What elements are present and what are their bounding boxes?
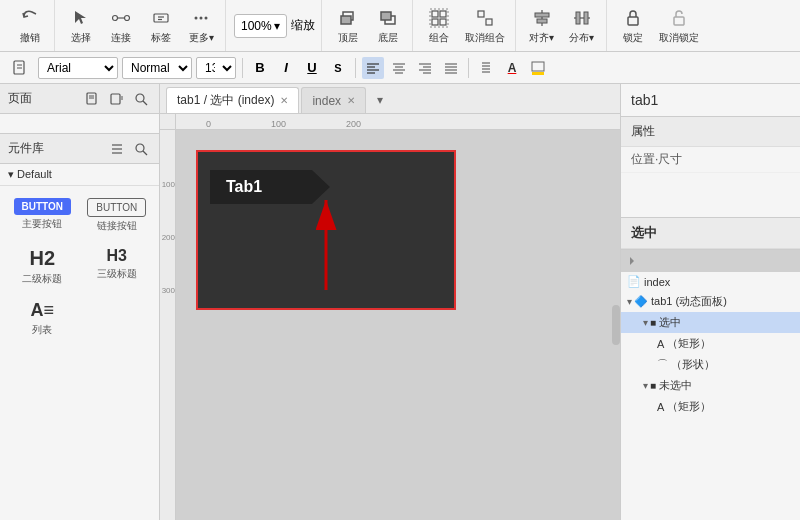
font-selector[interactable]: Arial: [38, 57, 118, 79]
svg-point-8: [200, 16, 203, 19]
list-label: 列表: [32, 323, 52, 337]
canvas-scroll[interactable]: 0 100 200 100 200 300 Tab1: [160, 114, 620, 520]
align-left-btn[interactable]: [362, 57, 384, 79]
group-icon: [428, 7, 450, 29]
tools-group: 选择 连接 标签 更多▾: [57, 0, 226, 51]
link-button-comp[interactable]: BUTTON 链接按钮: [83, 194, 152, 237]
add-subpage-btn[interactable]: [107, 89, 127, 109]
svg-rect-27: [628, 17, 638, 25]
add-page-btn[interactable]: [83, 89, 103, 109]
tree-header: [621, 250, 800, 272]
svg-line-66: [143, 151, 147, 155]
panel-icon: 🔷: [634, 295, 648, 308]
tree-item-index[interactable]: 📄 index: [621, 272, 800, 291]
ungroup-label: 取消组合: [465, 31, 505, 45]
italic-btn[interactable]: I: [275, 57, 297, 79]
search-pages-btn[interactable]: [131, 89, 151, 109]
align-justify-btn[interactable]: [440, 57, 462, 79]
scroll-handle[interactable]: [612, 305, 620, 345]
more-label: 更多▾: [189, 31, 214, 45]
ruler-vertical: 100 200 300: [160, 130, 176, 520]
bottom-layer-label: 底层: [378, 31, 398, 45]
group-btn[interactable]: 组合: [421, 5, 457, 47]
h2-comp[interactable]: H2 二级标题: [8, 243, 77, 290]
tab1-element[interactable]: Tab1: [210, 170, 330, 204]
element-name: tab1: [631, 92, 658, 108]
svg-rect-53: [532, 72, 544, 75]
more-tool-btn[interactable]: 更多▾: [183, 5, 219, 47]
h2-label: 二级标题: [22, 272, 62, 286]
tab-index-selected[interactable]: tab1 / 选中 (index) ✕: [166, 87, 299, 113]
tab1-shape[interactable]: Tab1: [210, 170, 330, 204]
tree-item-rect-a[interactable]: A （矩形）: [621, 333, 800, 354]
connect-tool-btn[interactable]: 连接: [103, 5, 139, 47]
search-components-btn[interactable]: [131, 139, 151, 159]
tree-item-selected-state[interactable]: ▾ ■ 选中: [621, 312, 800, 333]
h3-comp[interactable]: H3 三级标题: [83, 243, 152, 290]
page-icon-btn[interactable]: [6, 54, 34, 82]
lock-btn[interactable]: 锁定: [615, 5, 651, 47]
svg-rect-14: [432, 11, 438, 17]
page-canvas[interactable]: Tab1: [196, 150, 456, 310]
tree-expand-tab1: ▾: [627, 296, 632, 307]
component-lib-header: 元件库: [0, 134, 159, 164]
lock-label: 锁定: [623, 31, 643, 45]
align-btn[interactable]: 对齐▾: [524, 5, 560, 47]
zoom-selector[interactable]: 100% ▾: [234, 14, 287, 38]
h2-preview: H2: [29, 247, 55, 270]
top-layer-label: 顶层: [338, 31, 358, 45]
text-color-btn[interactable]: A: [501, 57, 523, 79]
svg-marker-69: [630, 257, 634, 265]
left-sidebar: 页面 元件库: [0, 84, 160, 520]
align-right-btn[interactable]: [414, 57, 436, 79]
tab-index[interactable]: index ✕: [301, 87, 366, 113]
list-view-btn[interactable]: [107, 139, 127, 159]
ungroup-btn[interactable]: 取消组合: [461, 5, 509, 47]
main-button-comp[interactable]: BUTTON 主要按钮: [8, 194, 77, 237]
unlock-btn[interactable]: 取消锁定: [655, 5, 703, 47]
list-comp[interactable]: A≡ 列表: [8, 296, 77, 341]
tree-expand-selected: ▾: [643, 317, 648, 328]
tree-item-tab1[interactable]: ▾ 🔷 tab1 (动态面板): [621, 291, 800, 312]
bottom-layer-btn[interactable]: 底层: [370, 5, 406, 47]
separator-2: [355, 58, 356, 78]
svg-rect-28: [674, 17, 684, 25]
tree-panel: 📄 index ▾ 🔷 tab1 (动态面板) ▾ ■ 选中 A （矩形） ⌒ …: [621, 249, 800, 520]
link-button-preview: BUTTON: [87, 198, 146, 217]
tab-close-selected[interactable]: ✕: [280, 95, 288, 106]
style-selector[interactable]: Normal: [122, 57, 192, 79]
svg-rect-15: [440, 11, 446, 17]
align-center-btn[interactable]: [388, 57, 410, 79]
select-tool-btn[interactable]: 选择: [63, 5, 99, 47]
top-layer-btn[interactable]: 顶层: [330, 5, 366, 47]
label-tool-btn[interactable]: 标签: [143, 5, 179, 47]
tree-item-unselected-state[interactable]: ▾ ■ 未选中: [621, 375, 800, 396]
label-tool-label: 标签: [151, 31, 171, 45]
svg-marker-0: [75, 11, 86, 24]
pages-header: 页面: [0, 84, 159, 114]
tab1-text: Tab1: [226, 178, 262, 195]
select-label: 选择: [71, 31, 91, 45]
ruler-h-0: 0: [206, 119, 211, 129]
separator-1: [242, 58, 243, 78]
tabs-bar: tab1 / 选中 (index) ✕ index ✕ ▾: [160, 84, 620, 114]
size-selector[interactable]: 13: [196, 57, 236, 79]
svg-rect-26: [584, 12, 588, 24]
toolbar-top: 撤销 选择 连接 标签 更多▾: [0, 0, 800, 52]
tab-arrow[interactable]: ▾: [370, 87, 390, 113]
tree-item-rect-b-label: （矩形）: [667, 399, 711, 414]
bold-btn[interactable]: B: [249, 57, 271, 79]
arrange-group: 顶层 底层: [324, 0, 413, 51]
svg-rect-57: [111, 94, 120, 104]
tab-close-index[interactable]: ✕: [347, 95, 355, 106]
undo-button[interactable]: 撤销: [12, 5, 48, 47]
connect-label: 连接: [111, 31, 131, 45]
line-spacing-btn[interactable]: [475, 57, 497, 79]
tree-item-shape[interactable]: ⌒ （形状）: [621, 354, 800, 375]
underline-btn[interactable]: U: [301, 57, 323, 79]
tree-item-rect-b[interactable]: A （矩形）: [621, 396, 800, 417]
distribute-btn[interactable]: 分布▾: [564, 5, 600, 47]
strikethrough-btn[interactable]: S: [327, 57, 349, 79]
bg-color-btn[interactable]: [527, 57, 549, 79]
lib-dropdown[interactable]: ▾ Default: [0, 164, 159, 186]
